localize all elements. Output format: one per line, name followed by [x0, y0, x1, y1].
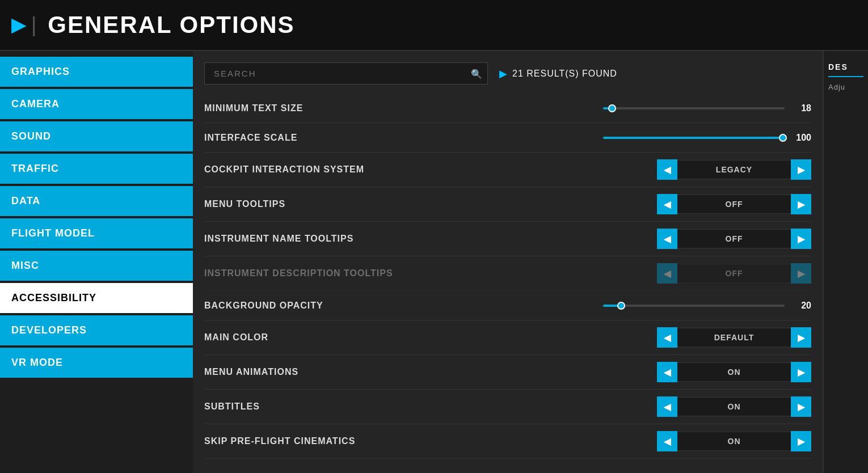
results-count: 21 RESULT(S) FOUND — [512, 69, 617, 79]
arrow-right-btn-menu-animations[interactable]: ▶ — [791, 362, 811, 382]
setting-label-instrument-name-tooltips: INSTRUMENT NAME TOOLTIPS — [204, 234, 601, 244]
sidebar-item-graphics[interactable]: GRAPHICS — [0, 57, 193, 87]
arrow-left-btn-instrument-desc-tooltips: ◀ — [657, 263, 677, 284]
setting-row-menu-tooltips: MENU TOOLTIPS◀OFF▶ — [204, 187, 811, 222]
arrow-value-subtitles: ON — [677, 397, 791, 416]
arrow-left-btn-menu-animations[interactable]: ◀ — [657, 362, 677, 382]
setting-control-skip-preflight: ◀ON▶ — [601, 431, 811, 451]
settings-list: MINIMUM TEXT SIZE18INTERFACE SCALE100COC… — [204, 94, 811, 462]
arrow-value-menu-animations: ON — [677, 362, 791, 382]
arrow-right-btn-instrument-name-tooltips[interactable]: ▶ — [791, 229, 811, 249]
arrow-right-btn-menu-tooltips[interactable]: ▶ — [791, 194, 811, 214]
header-divider: | — [31, 13, 36, 37]
slider-value-interface-scale: 100 — [791, 133, 811, 143]
setting-label-instrument-desc-tooltips: INSTRUMENT DESCRIPTION TOOLTIPS — [204, 268, 601, 278]
arrow-left-btn-instrument-name-tooltips[interactable]: ◀ — [657, 229, 677, 249]
arrow-right-btn-main-color[interactable]: ▶ — [791, 327, 811, 348]
arrow-value-menu-tooltips: OFF — [677, 195, 791, 214]
setting-label-main-color: MAIN COLOR — [204, 332, 601, 343]
sidebar: GRAPHICSCAMERASOUNDTRAFFICDATAFLIGHT MOD… — [0, 51, 193, 473]
header: ▶ | GENERAL OPTIONS — [0, 0, 868, 51]
arrow-left-btn-cockpit-interaction[interactable]: ◀ — [657, 159, 677, 180]
arrow-left-btn-skip-preflight[interactable]: ◀ — [657, 431, 677, 451]
results-label: ▶ 21 RESULT(S) FOUND — [499, 67, 617, 80]
arrow-right-btn-instrument-desc-tooltips: ▶ — [791, 263, 811, 284]
main-layout: GRAPHICSCAMERASOUNDTRAFFICDATAFLIGHT MOD… — [0, 51, 868, 473]
setting-label-min-text-size: MINIMUM TEXT SIZE — [204, 103, 601, 113]
setting-control-instrument-name-tooltips: ◀OFF▶ — [601, 229, 811, 249]
arrow-value-main-color: DEFAULT — [677, 328, 791, 347]
arrow-value-instrument-desc-tooltips: OFF — [677, 264, 791, 283]
right-panel-description: Adju — [828, 83, 863, 91]
arrow-right-btn-skip-preflight[interactable]: ▶ — [791, 431, 811, 451]
arrow-right-btn-cockpit-interaction[interactable]: ▶ — [791, 159, 811, 180]
arrow-value-instrument-name-tooltips: OFF — [677, 229, 791, 248]
setting-row-skip-preflight: SKIP PRE-FLIGHT CINEMATICS◀ON▶ — [204, 424, 811, 459]
setting-control-menu-tooltips: ◀OFF▶ — [601, 194, 811, 214]
setting-row-instrument-desc-tooltips: INSTRUMENT DESCRIPTION TOOLTIPS◀OFF▶ — [204, 256, 811, 291]
sidebar-item-vr-mode[interactable]: VR MODE — [0, 348, 193, 378]
search-bar-row: 🔍 ▶ 21 RESULT(S) FOUND — [204, 62, 811, 85]
sidebar-item-accessibility[interactable]: ACCESSIBILITY — [0, 283, 193, 313]
setting-row-subtitles: SUBTITLES◀ON▶ — [204, 390, 811, 424]
search-input[interactable] — [204, 62, 488, 85]
setting-row-instrument-name-tooltips: INSTRUMENT NAME TOOLTIPS◀OFF▶ — [204, 222, 811, 256]
setting-control-cockpit-interaction: ◀LEGACY▶ — [601, 159, 811, 180]
sidebar-item-data[interactable]: DATA — [0, 186, 193, 216]
results-arrow-icon: ▶ — [499, 67, 508, 80]
sidebar-item-traffic[interactable]: TRAFFIC — [0, 154, 193, 184]
setting-label-skip-preflight: SKIP PRE-FLIGHT CINEMATICS — [204, 436, 601, 446]
search-container: 🔍 — [204, 62, 488, 85]
setting-control-background-opacity: 20 — [601, 301, 811, 311]
arrow-value-skip-preflight: ON — [677, 432, 791, 451]
setting-row-controller-vibration: CONTROLLER VIBRATION100 — [204, 459, 811, 462]
setting-label-interface-scale: INTERFACE SCALE — [204, 133, 601, 143]
slider-track-min-text-size[interactable] — [603, 107, 785, 109]
setting-control-subtitles: ◀ON▶ — [601, 396, 811, 417]
setting-control-instrument-desc-tooltips: ◀OFF▶ — [601, 263, 811, 284]
setting-row-menu-animations: MENU ANIMATIONS◀ON▶ — [204, 355, 811, 390]
setting-label-background-opacity: BACKGROUND OPACITY — [204, 301, 601, 311]
sidebar-item-sound[interactable]: SOUND — [0, 121, 193, 151]
setting-control-menu-animations: ◀ON▶ — [601, 362, 811, 382]
setting-control-min-text-size: 18 — [601, 103, 811, 113]
slider-value-min-text-size: 18 — [791, 103, 811, 113]
arrow-left-btn-menu-tooltips[interactable]: ◀ — [657, 194, 677, 214]
right-panel: DES Adju — [823, 51, 868, 473]
setting-control-interface-scale: 100 — [601, 133, 811, 143]
slider-value-background-opacity: 20 — [791, 301, 811, 311]
arrow-left-btn-main-color[interactable]: ◀ — [657, 327, 677, 348]
header-arrow-icon: ▶ — [11, 14, 26, 36]
setting-row-interface-scale: INTERFACE SCALE100 — [204, 123, 811, 153]
setting-row-background-opacity: BACKGROUND OPACITY20 — [204, 291, 811, 320]
sidebar-item-camera[interactable]: CAMERA — [0, 89, 193, 119]
setting-row-main-color: MAIN COLOR◀DEFAULT▶ — [204, 320, 811, 355]
search-icon: 🔍 — [471, 68, 482, 79]
right-panel-title: DES — [828, 62, 863, 77]
arrow-value-cockpit-interaction: LEGACY — [677, 160, 791, 179]
setting-label-cockpit-interaction: COCKPIT INTERACTION SYSTEM — [204, 164, 601, 175]
setting-label-subtitles: SUBTITLES — [204, 402, 601, 412]
content-area: 🔍 ▶ 21 RESULT(S) FOUND MINIMUM TEXT SIZE… — [193, 51, 823, 473]
sidebar-item-misc[interactable]: MISC — [0, 251, 193, 281]
setting-row-cockpit-interaction: COCKPIT INTERACTION SYSTEM◀LEGACY▶ — [204, 153, 811, 187]
setting-label-menu-animations: MENU ANIMATIONS — [204, 367, 601, 377]
slider-track-interface-scale[interactable] — [603, 137, 785, 139]
arrow-left-btn-subtitles[interactable]: ◀ — [657, 396, 677, 417]
setting-control-main-color: ◀DEFAULT▶ — [601, 327, 811, 348]
setting-row-min-text-size: MINIMUM TEXT SIZE18 — [204, 94, 811, 123]
sidebar-item-developers[interactable]: DEVELOPERS — [0, 315, 193, 345]
sidebar-item-flight-model[interactable]: FLIGHT MODEL — [0, 218, 193, 248]
setting-label-menu-tooltips: MENU TOOLTIPS — [204, 199, 601, 209]
page-title: GENERAL OPTIONS — [48, 11, 294, 39]
arrow-right-btn-subtitles[interactable]: ▶ — [791, 396, 811, 417]
slider-track-background-opacity[interactable] — [603, 305, 785, 307]
